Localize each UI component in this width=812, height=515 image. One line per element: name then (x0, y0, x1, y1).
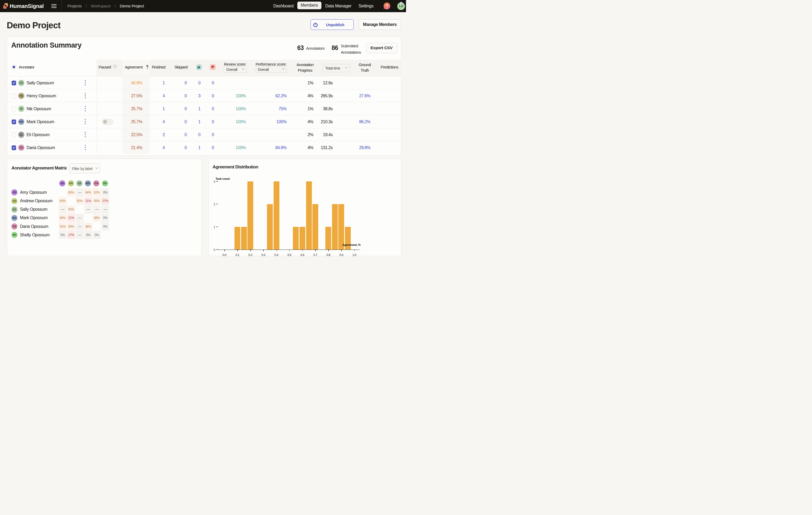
svg-text:?: ? (386, 4, 388, 8)
